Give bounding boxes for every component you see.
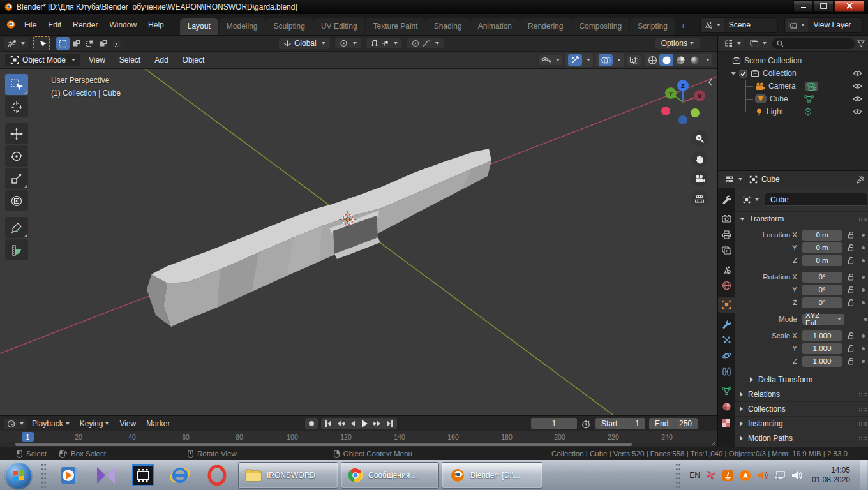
maximize-button[interactable]: [814, 0, 834, 12]
menu-object[interactable]: Object: [177, 54, 211, 66]
tab-modifiers[interactable]: [718, 316, 735, 332]
rotation-y-field[interactable]: 0°: [802, 285, 842, 295]
location-x-field[interactable]: 0 m: [802, 230, 842, 241]
current-frame-field[interactable]: 1: [531, 418, 577, 429]
tab-particles[interactable]: [718, 332, 735, 348]
gizmos-toggle[interactable]: [565, 53, 593, 67]
close-button[interactable]: [834, 0, 864, 12]
menu-edit[interactable]: Edit: [42, 18, 67, 32]
tab-object[interactable]: [718, 297, 735, 313]
menu-render[interactable]: Render: [67, 18, 103, 32]
animate-dot[interactable]: [862, 301, 865, 304]
jump-to-start-button[interactable]: [322, 420, 334, 427]
proportional-editing-group[interactable]: [407, 38, 444, 48]
animate-dot[interactable]: [862, 259, 865, 262]
animate-dot[interactable]: [862, 334, 865, 338]
viewport-canvas[interactable]: User Perspective (1) Collection | Cube: [0, 69, 717, 415]
panel-grip-icon[interactable]: [858, 436, 867, 441]
lock-icon[interactable]: [847, 357, 855, 365]
tab-sculpting[interactable]: Sculpting: [266, 18, 313, 35]
outliner-row-cube[interactable]: Cube: [718, 93, 868, 105]
transform-panel-header[interactable]: Transform: [735, 211, 868, 226]
active-tool-select-box[interactable]: [33, 36, 50, 50]
motion-paths-panel[interactable]: Motion Paths: [735, 431, 868, 445]
tool-select-box[interactable]: [5, 74, 28, 95]
outliner-row-collection[interactable]: Collection: [718, 67, 868, 80]
jump-to-end-button[interactable]: [384, 420, 396, 427]
taskbar-icon-wmp[interactable]: [50, 461, 87, 489]
location-y-field[interactable]: 0 m: [802, 242, 842, 253]
ortho-grid-button[interactable]: [691, 190, 708, 207]
tab-output[interactable]: [718, 226, 735, 242]
light-label[interactable]: Light: [767, 107, 800, 116]
lock-icon[interactable]: [847, 244, 855, 251]
panel-grip-icon[interactable]: [858, 407, 867, 412]
menu-help[interactable]: Help: [142, 18, 170, 32]
tab-texture[interactable]: [718, 415, 735, 431]
lock-icon[interactable]: [847, 299, 855, 306]
editor-type-button[interactable]: [4, 38, 28, 49]
tool-scale[interactable]: [5, 168, 28, 189]
animate-dot[interactable]: [862, 234, 865, 237]
next-keyframe-button[interactable]: [370, 420, 384, 427]
outliner-display-mode-button[interactable]: [747, 38, 770, 48]
menu-keying[interactable]: Keying: [75, 417, 115, 430]
relations-panel[interactable]: Relations: [735, 387, 868, 401]
scale-y-field[interactable]: 1.000: [802, 343, 842, 354]
object-id-browse-button[interactable]: [740, 195, 762, 205]
instancing-panel[interactable]: Instancing: [735, 416, 868, 431]
timeline-ruler[interactable]: 20 40 60 80 100 120 140 160 180 200 220 …: [0, 431, 717, 443]
tab-scene[interactable]: [718, 262, 735, 278]
object-name-input[interactable]: Cube: [765, 193, 867, 206]
tab-shading[interactable]: Shading: [426, 18, 470, 35]
tab-object-data[interactable]: [718, 383, 735, 399]
animate-dot[interactable]: [862, 246, 865, 249]
tray-java-icon[interactable]: [722, 469, 735, 482]
camera-data-icon[interactable]: [805, 82, 818, 91]
tray-network-icon[interactable]: [774, 469, 786, 482]
outliner-search-input[interactable]: [772, 38, 855, 49]
animate-dot[interactable]: [862, 288, 865, 292]
rotation-mode-dropdown[interactable]: XYZ Eul...: [802, 314, 844, 325]
pan-hand-button[interactable]: [691, 151, 708, 167]
minimize-button[interactable]: [793, 0, 813, 12]
filter-icon[interactable]: [857, 40, 865, 47]
eye-icon[interactable]: [853, 70, 862, 77]
visibility-dropdown[interactable]: [539, 55, 562, 65]
gizmo-z-neg[interactable]: [678, 115, 687, 124]
tab-world[interactable]: [718, 278, 735, 293]
tool-cursor[interactable]: [5, 96, 28, 117]
taskbar-grip[interactable]: [41, 463, 47, 488]
blender-menu-icon[interactable]: [5, 20, 16, 29]
eye-icon[interactable]: [853, 96, 862, 102]
tab-rendering[interactable]: Rendering: [520, 18, 571, 35]
checkbox-checked-icon[interactable]: [739, 70, 747, 78]
taskbar-window-blender[interactable]: Blender* [D:\...: [442, 462, 542, 489]
menu-file[interactable]: File: [19, 18, 42, 32]
play-reverse-button[interactable]: [348, 420, 359, 427]
tool-transform[interactable]: [5, 190, 28, 211]
add-workspace-button[interactable]: +: [676, 18, 691, 35]
tab-render[interactable]: [718, 211, 735, 226]
select-mode-invert[interactable]: [96, 37, 110, 50]
gizmo-y-neg[interactable]: [691, 108, 700, 117]
xray-toggle[interactable]: [627, 55, 641, 66]
expand-arrow-icon[interactable]: [731, 72, 736, 75]
play-button[interactable]: [359, 420, 370, 427]
pin-icon[interactable]: [857, 175, 864, 184]
transform-orientation-dropdown[interactable]: Global: [279, 38, 330, 49]
garda-model[interactable]: [147, 149, 491, 327]
outliner-row-scene-collection[interactable]: Scene Collection: [718, 54, 868, 67]
tab-uv-editing[interactable]: UV Editing: [313, 18, 365, 35]
menu-select[interactable]: Select: [114, 54, 146, 66]
shading-material[interactable]: [673, 54, 687, 66]
tab-modeling[interactable]: Modeling: [219, 18, 266, 35]
animate-dot[interactable]: [862, 360, 865, 363]
scene-browse-button[interactable]: [701, 18, 724, 32]
tab-constraints[interactable]: [718, 364, 735, 380]
light-data-icon[interactable]: [804, 108, 812, 116]
timeline-scrollbar[interactable]: [0, 442, 717, 447]
view-layer-browse-button[interactable]: [785, 18, 808, 32]
gizmo-x-neg[interactable]: [661, 107, 670, 115]
tab-texture-paint[interactable]: Texture Paint: [366, 18, 426, 35]
